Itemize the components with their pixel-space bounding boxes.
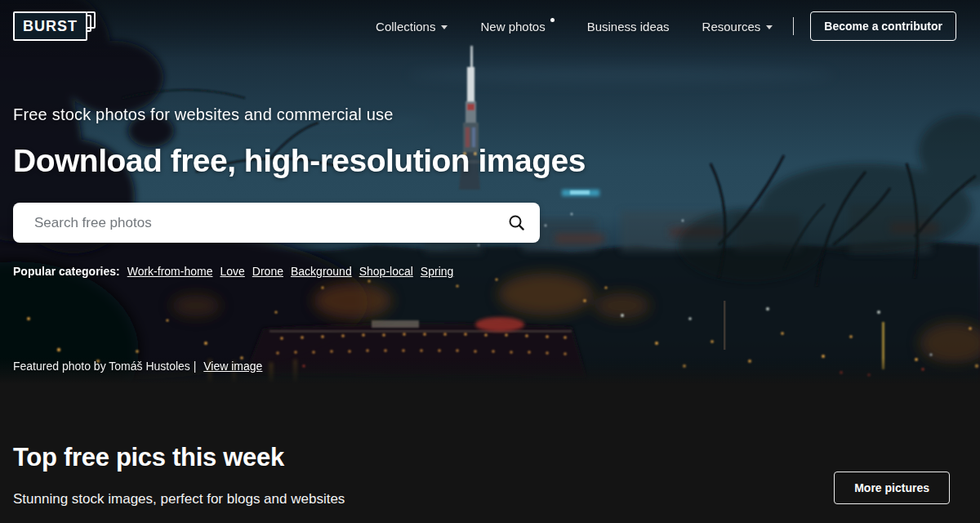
site-header: BURST Collections New photos Business id… bbox=[0, 0, 980, 41]
become-contributor-button[interactable]: Become a contributor bbox=[810, 11, 956, 41]
night-cityscape-illustration bbox=[0, 0, 980, 384]
new-indicator-dot bbox=[550, 18, 555, 22]
hero-tagline: Free stock photos for websites and comme… bbox=[13, 105, 394, 124]
page-title: Download free, high-resolution images bbox=[13, 143, 586, 179]
nav-item-collections[interactable]: Collections bbox=[376, 20, 448, 34]
burst-logo[interactable]: BURST bbox=[13, 18, 87, 35]
search-button[interactable] bbox=[500, 208, 533, 238]
category-link-spring[interactable]: Spring bbox=[421, 265, 453, 278]
popular-categories-label: Popular categories: bbox=[13, 265, 120, 278]
category-link-shop-local[interactable]: Shop-local bbox=[359, 265, 413, 278]
chevron-down-icon bbox=[766, 25, 773, 29]
category-link-drone[interactable]: Drone bbox=[252, 265, 283, 278]
credit-text: Featured photo by Tomáš Hustoles | bbox=[13, 360, 196, 373]
section-heading: Top free pics this week bbox=[13, 443, 284, 472]
nav-item-resources[interactable]: Resources bbox=[702, 20, 773, 34]
nav-divider bbox=[793, 17, 794, 35]
main-nav: Collections New photos Business ideas Re… bbox=[376, 11, 956, 41]
view-image-link[interactable]: View image bbox=[203, 360, 262, 373]
section-subheading: Stunning stock images, perfect for blogs… bbox=[13, 491, 345, 507]
hero-photo-background bbox=[0, 0, 980, 384]
category-link-love[interactable]: Love bbox=[220, 265, 244, 278]
category-link-work-from-home[interactable]: Work-from-home bbox=[127, 265, 213, 278]
search-icon bbox=[508, 214, 525, 231]
top-free-pics-section: Top free pics this week Stunning stock i… bbox=[0, 384, 980, 523]
search-input[interactable] bbox=[33, 214, 500, 232]
more-pictures-button[interactable]: More pictures bbox=[834, 472, 950, 504]
chevron-down-icon bbox=[441, 25, 448, 29]
featured-photo-credit: Featured photo by Tomáš Hustoles | View … bbox=[13, 360, 262, 373]
nav-item-new-photos[interactable]: New photos bbox=[480, 20, 554, 34]
popular-categories: Popular categories: Work-from-home Love … bbox=[13, 265, 461, 278]
search-bar bbox=[13, 203, 540, 243]
hero-section: BURST Collections New photos Business id… bbox=[0, 0, 980, 384]
logo-text: BURST bbox=[13, 11, 87, 41]
category-link-background[interactable]: Background bbox=[291, 265, 352, 278]
nav-item-business-ideas[interactable]: Business ideas bbox=[587, 20, 670, 34]
